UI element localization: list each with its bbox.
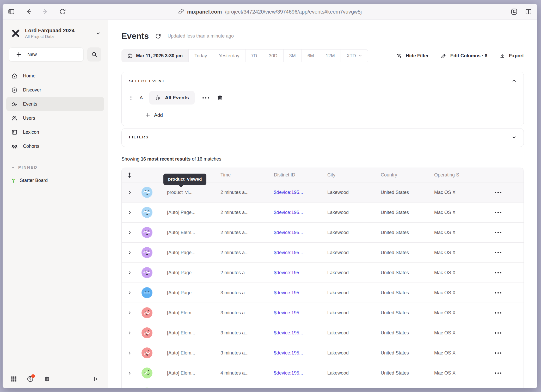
row-menu-icon[interactable] [493,352,503,354]
distinct-id-link[interactable]: $device:195... [274,370,303,376]
chevron-up-icon[interactable] [512,78,517,83]
table-row[interactable]: [Auto] Elem... 4 minutes a... $device:19… [122,363,524,383]
range-xtd[interactable]: XTD [341,49,368,62]
new-button[interactable]: New [9,47,84,62]
sidebar-item-users[interactable]: Users [6,111,104,125]
sidebar-item-home[interactable]: Home [6,69,104,83]
row-menu-icon[interactable] [493,212,503,213]
sidebar-item-lexicon[interactable]: Lexicon [6,125,104,139]
table-row[interactable]: [Auto] Elem... 3 minutes a... $device:19… [122,303,524,323]
address-bar[interactable]: mixpanel.com/project/3472420/view/397469… [178,9,362,15]
expand-row-icon[interactable] [127,331,132,335]
column-header-time[interactable]: Time [213,172,266,178]
row-menu-icon[interactable] [493,272,503,273]
browser-toolbar: mixpanel.com/project/3472420/view/397469… [3,4,537,20]
distinct-id-link[interactable]: $device:195... [274,330,303,335]
range-today[interactable]: Today [188,49,213,62]
row-menu-icon[interactable] [493,192,503,193]
event-city: Lakewood [319,330,373,336]
distinct-id-link[interactable]: $device:195... [274,210,303,215]
range-30d[interactable]: 30D [263,49,284,62]
table-row[interactable]: [Auto] Page... 2 minutes a... $device:19… [122,263,524,283]
avatar [142,187,152,198]
page-settings-icon[interactable] [510,8,518,16]
sidebar-item-events[interactable]: Events [6,97,104,111]
event-selector[interactable]: All Events [149,91,195,105]
expand-row-icon[interactable] [127,291,132,295]
table-row[interactable]: [Auto] Elem... 3 minutes a... $device:19… [122,343,524,363]
drag-handle-icon[interactable] [129,95,133,101]
expand-row-icon[interactable] [127,271,132,275]
back-icon[interactable] [25,8,32,15]
table-row[interactable]: [Auto] Elem... 3 minutes a... $device:19… [122,323,524,343]
table-row[interactable]: [Auto] Page... 3 minutes a... $device:19… [122,283,524,303]
search-button[interactable] [87,47,101,62]
range-12m[interactable]: 12M [320,49,341,62]
distinct-id-link[interactable]: $device:195... [274,250,303,255]
expand-row-icon[interactable] [127,371,132,375]
column-header-country[interactable]: Country [373,172,426,178]
event-time: 2 minutes a... [213,270,266,275]
sidebar-toggle-icon[interactable] [8,8,15,15]
edit-columns-button[interactable]: Edit Columns · 6 [441,53,487,59]
row-menu-icon[interactable] [493,252,503,253]
sidebar-item-discover[interactable]: Discover [6,83,104,97]
collapse-sidebar-icon[interactable] [93,376,100,382]
event-country: United States [373,290,426,296]
row-menu-icon[interactable] [493,332,503,334]
row-menu-icon[interactable] [493,312,503,314]
updated-status: Updated less than a minute ago [168,33,234,39]
project-switcher[interactable]: Lord Farquaad 2024 All Project Data [3,28,108,39]
table-row[interactable] [122,383,524,388]
expand-row-icon[interactable] [127,210,132,215]
apps-grid-icon[interactable] [10,376,17,382]
forward-icon[interactable] [42,8,49,15]
column-header-city[interactable]: City [319,172,373,178]
expand-row-icon[interactable] [127,190,132,195]
range-7d[interactable]: 7D [245,49,263,62]
event-os: Mac OS X [426,270,480,275]
table-row[interactable]: [Auto] Page... 2 minutes a... $device:19… [122,243,524,263]
distinct-id-link[interactable]: $device:195... [274,270,303,275]
refresh-icon[interactable] [155,33,161,39]
date-button[interactable]: Mar 11, 2025 3:30 pm [121,49,188,62]
event-os: Mac OS X [426,310,480,316]
pinned-section-toggle[interactable]: PINNED [3,165,108,169]
expand-row-icon[interactable] [127,250,132,255]
expand-row-icon[interactable] [127,311,132,315]
column-header-os[interactable]: Operating S [426,172,480,178]
page-title: Events [121,31,149,41]
split-view-icon[interactable] [525,8,532,15]
collapse-rows-icon[interactable] [127,172,132,178]
add-event-button[interactable]: Add [145,112,163,118]
sidebar-item-cohorts[interactable]: Cohorts [6,139,104,153]
row-menu-icon[interactable] [493,292,503,293]
new-button-label: New [27,52,37,57]
distinct-id-link[interactable]: $device:195... [274,290,303,295]
chevron-down-icon[interactable] [512,135,517,140]
row-menu-icon[interactable] [493,372,503,374]
more-options-icon[interactable] [200,97,211,99]
reload-icon[interactable] [59,8,66,15]
expand-row-icon[interactable] [127,230,132,235]
table-row[interactable]: [Auto] Page... 2 minutes a... $device:19… [122,203,524,223]
row-menu-icon[interactable] [493,232,503,233]
table-row[interactable]: [Auto] Elem... 2 minutes a... $device:19… [122,223,524,243]
trash-icon[interactable] [217,95,223,101]
distinct-id-link[interactable]: $device:195... [274,230,303,235]
expand-row-icon[interactable] [127,351,132,355]
event-name: [Auto] Elem... [159,350,213,356]
range-yesterday[interactable]: Yesterday [213,49,245,62]
distinct-id-link[interactable]: $device:195... [274,310,303,315]
seedling-icon [10,177,17,183]
distinct-id-link[interactable]: $device:195... [274,190,303,195]
column-header-distinct-id[interactable]: Distinct ID [266,172,319,178]
sidebar-item-starter-board[interactable]: Starter Board [3,177,108,183]
export-button[interactable]: Export [499,53,524,59]
distinct-id-link[interactable]: $device:195... [274,350,303,356]
range-6m[interactable]: 6M [302,49,320,62]
range-3m[interactable]: 3M [284,49,302,62]
results-summary: Showing 16 most recent results of 16 mat… [121,156,524,162]
hide-filter-button[interactable]: Hide Filter [396,53,429,59]
gear-icon[interactable] [43,375,51,383]
